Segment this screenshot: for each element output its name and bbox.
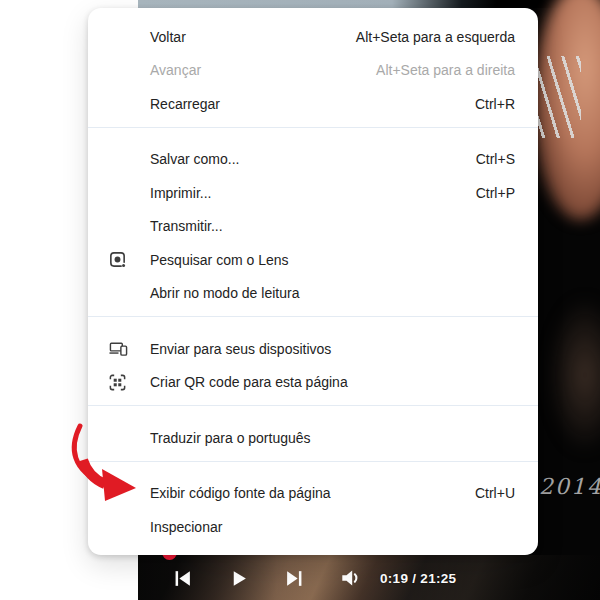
menu-item-recarregar[interactable]: Recarregar Ctrl+R: [88, 87, 538, 121]
menu-separator: [88, 461, 538, 462]
menu-item-exibir-codigo-fonte[interactable]: Exibir código fonte da página Ctrl+U: [88, 477, 538, 511]
menu-item-pesquisar-lens[interactable]: Pesquisar com o Lens: [88, 243, 538, 277]
menu-item-modo-leitura[interactable]: Abrir no modo de leitura: [88, 277, 538, 311]
lens-icon: [108, 250, 127, 269]
menu-item-shortcut: Ctrl+P: [476, 185, 515, 201]
menu-item-label: Pesquisar com o Lens: [150, 252, 515, 268]
menu-item-label: Imprimir...: [150, 185, 476, 201]
video-year-caption: 2014: [539, 474, 600, 499]
player-controls: 0:19 / 21:25: [138, 559, 600, 597]
menu-item-shortcut: Ctrl+S: [476, 151, 515, 167]
play-button[interactable]: [210, 559, 266, 597]
menu-separator: [88, 405, 538, 406]
previous-icon: [172, 568, 193, 589]
menu-item-traduzir[interactable]: Traduzir para o português: [88, 421, 538, 455]
volume-icon: [339, 567, 361, 589]
menu-item-imprimir[interactable]: Imprimir... Ctrl+P: [88, 176, 538, 210]
play-icon: [228, 568, 249, 589]
volume-button[interactable]: [322, 559, 378, 597]
menu-item-avancar[interactable]: Avançar Alt+Seta para a direita: [88, 54, 538, 88]
menu-item-label: Enviar para seus dispositivos: [150, 341, 515, 357]
menu-item-label: Salvar como...: [150, 151, 476, 167]
menu-item-shortcut: Alt+Seta para a direita: [376, 62, 515, 78]
menu-item-transmitir[interactable]: Transmitir...: [88, 210, 538, 244]
send-to-devices-icon: [108, 339, 129, 358]
menu-item-shortcut: Alt+Seta para a esquerda: [356, 29, 515, 45]
menu-item-label: Transmitir...: [150, 218, 515, 234]
screenshot-stage: 2014: [0, 0, 600, 600]
menu-item-shortcut: Ctrl+U: [475, 485, 515, 501]
next-button[interactable]: [266, 559, 322, 597]
menu-item-criar-qr[interactable]: Criar QR code para esta página: [88, 366, 538, 400]
menu-separator: [88, 316, 538, 317]
menu-item-salvar-como[interactable]: Salvar como... Ctrl+S: [88, 143, 538, 177]
video-shadow: [550, 300, 600, 450]
video-frame-top: [138, 0, 600, 8]
menu-item-voltar[interactable]: Voltar Alt+Seta para a esquerda: [88, 20, 538, 54]
menu-item-label: Avançar: [150, 62, 376, 78]
menu-item-label: Traduzir para o português: [150, 430, 515, 446]
menu-item-shortcut: Ctrl+R: [475, 96, 515, 112]
menu-item-label: Exibir código fonte da página: [150, 485, 475, 501]
previous-button[interactable]: [154, 559, 210, 597]
video-fork-stripes: [537, 56, 581, 138]
time-display: 0:19 / 21:25: [380, 571, 456, 586]
menu-item-label: Inspecionar: [150, 519, 515, 535]
menu-item-label: Voltar: [150, 29, 356, 45]
menu-item-label: Abrir no modo de leitura: [150, 285, 515, 301]
menu-item-label: Recarregar: [150, 96, 475, 112]
menu-separator: [88, 127, 538, 128]
context-menu: Voltar Alt+Seta para a esquerda Avançar …: [88, 8, 538, 555]
menu-item-enviar-dispositivos[interactable]: Enviar para seus dispositivos: [88, 332, 538, 366]
qr-code-icon: [108, 373, 127, 392]
menu-item-inspecionar[interactable]: Inspecionar: [88, 510, 538, 544]
next-icon: [284, 568, 305, 589]
menu-item-label: Criar QR code para esta página: [150, 374, 515, 390]
